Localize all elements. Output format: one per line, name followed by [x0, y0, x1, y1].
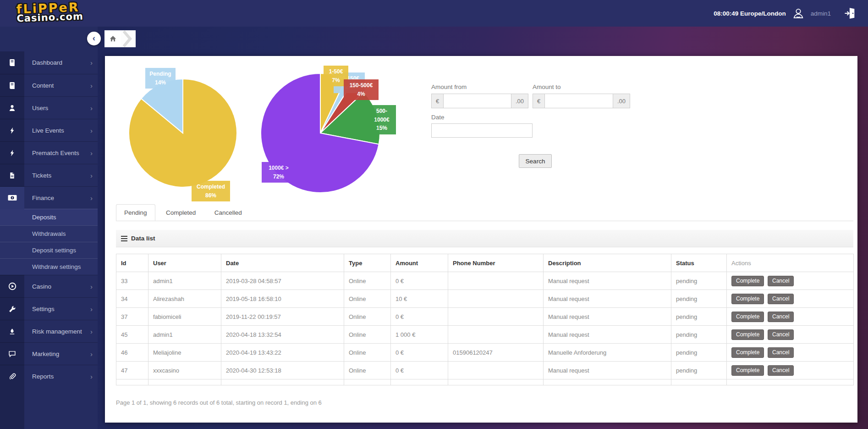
cancel-button[interactable]: Cancel [768, 312, 794, 322]
sidebar-subitem-withdraw-settings[interactable]: Withdraw settings [0, 258, 98, 275]
sidebar-item-tickets[interactable]: Tickets › [0, 164, 98, 186]
table-header-row: Id User Date Type Amount Phone Number De… [116, 254, 854, 272]
withdrawals-table: Id User Date Type Amount Phone Number De… [116, 254, 854, 385]
status-tabs: Pending Completed Cancelled [116, 204, 853, 221]
complete-button[interactable]: Complete [731, 329, 764, 340]
sidebar-item-users[interactable]: Users › [0, 96, 98, 119]
pie2-label-1000plus: 1000€ >72% [262, 162, 296, 183]
cell-phone [448, 290, 544, 308]
chevron-right-icon: › [90, 373, 93, 380]
cell-description: Manual request [544, 326, 671, 344]
col-header-id: Id [116, 254, 148, 272]
cell-phone [448, 362, 544, 379]
cell-date: 2020-04-30 12:53:18 [221, 362, 344, 379]
cell-description: Manual request [544, 308, 671, 326]
pie1-label-pending: Pending14% [145, 68, 176, 89]
cell-type: Online [344, 362, 391, 379]
table-row: 46 Meliajoline 2020-04-19 13:43:22 Onlin… [116, 344, 854, 362]
tab-pending[interactable]: Pending [116, 204, 155, 221]
cell-date: 2019-03-28 04:58:57 [221, 272, 344, 290]
bolt-icon [0, 119, 24, 142]
date-input[interactable] [431, 123, 533, 138]
sidebar-subitem-deposit-settings[interactable]: Deposit settings [0, 242, 98, 258]
cell-type: Online [344, 290, 391, 308]
cell-status: pending [671, 290, 727, 308]
complete-button[interactable]: Complete [731, 365, 764, 376]
cell-actions: Complete Cancel [727, 308, 854, 326]
cell-amount: 0 € [391, 362, 448, 379]
cancel-button[interactable]: Cancel [768, 347, 794, 358]
cell-date: 2019-05-18 16:58:10 [221, 290, 344, 308]
chevron-right-icon: › [90, 172, 93, 179]
cell-status: pending [671, 344, 727, 362]
cell-description: Manual request [544, 362, 671, 379]
cell-actions: Complete Cancel [727, 344, 854, 362]
amount-from-input[interactable] [443, 94, 511, 108]
cell-description: Manuelle Anforderung [544, 344, 671, 362]
banknote-icon [0, 187, 24, 209]
chat-bubble-icon [0, 343, 24, 365]
complete-button[interactable]: Complete [731, 276, 764, 286]
person-icon [0, 97, 24, 119]
complete-button[interactable]: Complete [731, 312, 764, 322]
sidebar-item-casino[interactable]: Casino › [0, 275, 98, 297]
table-row: 47 xxxcasino 2020-04-30 12:53:18 Online … [116, 362, 854, 379]
cancel-button[interactable]: Cancel [768, 365, 794, 376]
sidebar-item-risk-management[interactable]: Risk management › [0, 320, 98, 342]
chevron-right-icon: › [90, 82, 93, 89]
sidebar-item-prematch-events[interactable]: Prematch Events › [0, 141, 98, 164]
cell-user: Meliajoline [148, 344, 221, 362]
chevron-right-icon [121, 30, 135, 47]
cell-amount: 1 000 € [391, 326, 448, 344]
sidebar-subitem-deposits[interactable]: Deposits [0, 209, 98, 225]
sidebar-collapse-button[interactable]: ‹ [87, 32, 101, 45]
cancel-button[interactable]: Cancel [768, 276, 794, 286]
cell-id: 33 [116, 272, 148, 290]
date-label: Date [431, 114, 445, 121]
pie2-label-150-500: 150-500€4% [344, 79, 379, 100]
tab-completed[interactable]: Completed [158, 205, 203, 220]
cancel-button[interactable]: Cancel [768, 294, 794, 304]
sidebar-item-settings[interactable]: Settings › [0, 297, 98, 320]
amount-to-input[interactable] [544, 94, 613, 108]
wrench-icon [0, 298, 24, 320]
cell-status: pending [671, 362, 727, 379]
play-circle-icon [0, 275, 24, 298]
cell-type: Online [344, 308, 391, 326]
chevron-right-icon: › [90, 59, 93, 67]
tab-cancelled[interactable]: Cancelled [207, 205, 250, 220]
logout-door-icon[interactable] [844, 6, 856, 20]
cell-phone [448, 326, 544, 344]
sidebar-subitem-withdrawals[interactable]: Withdrawals [0, 225, 98, 242]
sidebar-item-marketing[interactable]: Marketing › [0, 342, 98, 365]
col-header-date: Date [221, 254, 344, 272]
app-root: fLiPPeR Casino.com 08:00:49 Europe/Londo… [0, 0, 868, 429]
cell-date: 2019-11-22 00:19:57 [221, 308, 344, 326]
sidebar-item-reports[interactable]: Reports › [0, 365, 98, 387]
pagination-summary: Page 1 of 1, showing 6 records out of 6 … [116, 399, 322, 406]
file-icon [0, 164, 24, 187]
chevron-right-icon: › [90, 283, 93, 290]
casino-logo[interactable]: fLiPPeR Casino.com [16, 0, 83, 24]
complete-button[interactable]: Complete [731, 294, 764, 304]
cancel-button[interactable]: Cancel [768, 329, 794, 340]
cell-actions: Complete Cancel [727, 272, 854, 290]
sidebar-item-finance[interactable]: Finance › [0, 186, 98, 209]
cell-phone [448, 308, 544, 326]
cell-status: pending [671, 272, 727, 290]
logged-in-username: admin1 [811, 10, 831, 17]
breadcrumb [104, 30, 136, 47]
cell-amount: 10 € [391, 290, 448, 308]
amount-from-group: € .00 [431, 94, 528, 108]
sidebar-item-content[interactable]: Content › [0, 74, 98, 96]
chevron-right-icon: › [90, 194, 93, 202]
sidebar-item-live-events[interactable]: Live Events › [0, 119, 98, 141]
table-row: 33 admin1 2019-03-28 04:58:57 Online 0 €… [116, 272, 854, 290]
chevron-right-icon: › [90, 305, 93, 313]
complete-button[interactable]: Complete [731, 347, 764, 358]
search-button[interactable]: Search [519, 154, 552, 168]
sidebar-item-dashboard[interactable]: Dashboard › [0, 51, 98, 74]
breadcrumb-home-button[interactable] [104, 30, 121, 47]
cell-id: 47 [116, 362, 148, 379]
col-header-status: Status [671, 254, 727, 272]
